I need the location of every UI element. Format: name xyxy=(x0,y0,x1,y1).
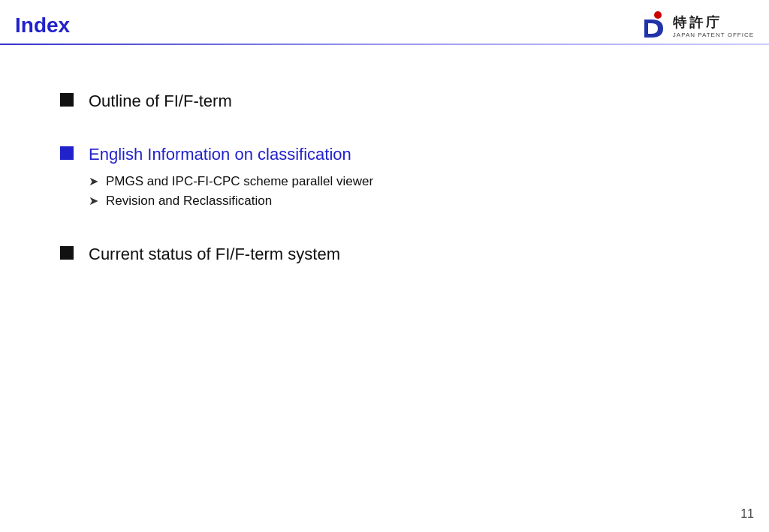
sub-item-revision: ➤ Revision and Reclassification xyxy=(89,194,373,209)
bullet-english-info: English Information on classification ➤ … xyxy=(60,143,709,213)
sub-text-pmgs: PMGS and IPC-FI-CPC scheme parallel view… xyxy=(106,174,373,189)
logo-text: 特許庁 JAPAN PATENT OFFICE xyxy=(673,14,754,38)
svg-point-0 xyxy=(654,11,662,19)
slide-content: Outline of FI/F-term English Information… xyxy=(0,45,769,326)
bullet-icon-english-info xyxy=(60,146,74,160)
sub-arrow-pmgs: ➤ xyxy=(89,174,98,188)
page-number: 11 xyxy=(740,507,754,521)
logo-area: 特許庁 JAPAN PATENT OFFICE xyxy=(637,11,754,41)
sub-arrow-revision: ➤ xyxy=(89,194,98,208)
logo-en: JAPAN PATENT OFFICE xyxy=(673,32,754,38)
slide-header: Index 特許庁 JAPAN PATENT OFFICE xyxy=(0,0,769,45)
bullet-text-current-status: Current status of FI/F-term system xyxy=(89,245,340,263)
sub-text-revision: Revision and Reclassification xyxy=(106,194,272,209)
sub-items-english-info: ➤ PMGS and IPC-FI-CPC scheme parallel vi… xyxy=(89,174,373,209)
bullet-outline: Outline of FI/F-term xyxy=(60,90,709,113)
bullet-text-english-info: English Information on classification xyxy=(89,145,351,164)
sub-item-pmgs: ➤ PMGS and IPC-FI-CPC scheme parallel vi… xyxy=(89,174,373,189)
bullet-icon-current-status xyxy=(60,246,74,260)
slide-title: Index xyxy=(15,14,70,38)
bullet-icon-outline xyxy=(60,93,74,107)
logo-kanji: 特許庁 xyxy=(673,14,722,32)
jpo-logo-icon xyxy=(637,11,667,41)
bullet-current-status: Current status of FI/F-term system xyxy=(60,243,709,266)
bullet-text-outline: Outline of FI/F-term xyxy=(89,92,232,110)
